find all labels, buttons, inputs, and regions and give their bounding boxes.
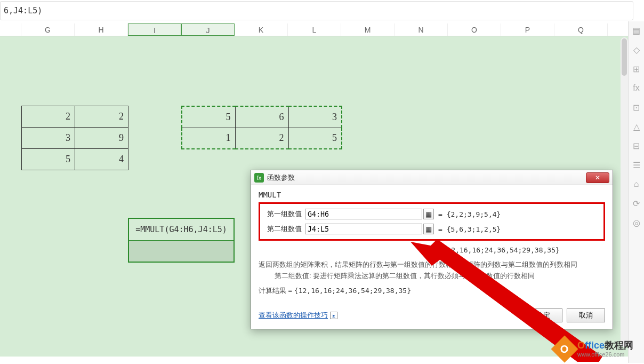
col-H[interactable]: H <box>75 23 128 36</box>
vertical-scrollbar[interactable] <box>621 37 628 347</box>
tool-icon[interactable]: ⊡ <box>632 102 641 112</box>
tool-icon[interactable]: ⟳ <box>632 199 641 208</box>
calc-result: 计算结果 = {12,16,16;24,36,54;29,38,35} <box>259 286 605 296</box>
intermediate-result: = {12,16,16;24,36,54;29,38,35} <box>434 246 605 254</box>
formula-text: =MMULT(G4:H6,J4:L5) <box>129 219 234 240</box>
tool-icon[interactable]: ⊟ <box>632 141 641 151</box>
matrix-1: 22 39 54 <box>21 106 128 170</box>
cell[interactable]: 2 <box>22 106 75 128</box>
range-picker-icon[interactable]: ▦ <box>423 209 434 219</box>
tool-icon[interactable]: ▤ <box>632 26 641 35</box>
table-row: 125 <box>182 128 342 149</box>
param-1-result: = {2,2;3,9;5,4} <box>438 210 501 218</box>
range-picker-icon[interactable]: ▦ <box>423 224 434 234</box>
col-I[interactable]: I <box>128 23 181 36</box>
formula-bar[interactable]: 6,J4:L5) <box>0 1 633 20</box>
watermark-url: www.office26.com <box>577 351 633 358</box>
param-row-1: 第一组数值 ▦ = {2,2;3,9;5,4} <box>262 207 601 221</box>
matrix-2: 563 125 <box>181 106 342 149</box>
param-2-label: 第二组数值 <box>262 224 305 234</box>
table-row: 563 <box>182 106 342 128</box>
formula-bar-text: 6,J4:L5) <box>4 6 42 15</box>
tool-icon[interactable]: ⌂ <box>632 179 641 189</box>
col-K[interactable]: K <box>235 23 288 36</box>
dialog-icon: fx <box>254 173 264 183</box>
col-G[interactable]: G <box>21 23 75 36</box>
column-headers: G H I J K L M N O P Q <box>0 23 644 36</box>
param-1-label: 第一组数值 <box>262 209 305 219</box>
col-Q[interactable]: Q <box>554 23 608 36</box>
cell[interactable]: 1 <box>182 128 235 149</box>
cell[interactable]: 5 <box>288 128 342 149</box>
watermark-icon: O <box>551 336 578 363</box>
cell[interactable]: 9 <box>75 128 128 149</box>
col-J[interactable]: J <box>181 23 235 36</box>
tool-icon[interactable]: fx <box>632 83 641 93</box>
cell[interactable]: 5 <box>182 106 235 128</box>
tool-icon[interactable]: ☰ <box>632 160 641 170</box>
cell[interactable]: 2 <box>75 106 128 128</box>
col-L[interactable]: L <box>288 23 341 36</box>
function-name: MMULT <box>259 191 605 199</box>
cell[interactable]: 4 <box>75 149 128 170</box>
table-row: 39 <box>22 128 128 149</box>
table-row: 22 <box>22 106 128 128</box>
cell[interactable]: 2 <box>235 128 288 149</box>
ok-button[interactable]: 确定 <box>524 308 562 322</box>
tool-icon[interactable]: ◎ <box>632 218 641 227</box>
function-description: 返回两数组的矩阵乘积，结果矩阵的行数与第一组数值的行数相同，矩阵的列数与第二组数… <box>259 259 605 282</box>
tool-icon[interactable]: △ <box>632 122 641 131</box>
col-O[interactable]: O <box>448 23 501 36</box>
cell[interactable]: 5 <box>22 149 75 170</box>
dialog-title: 函数参数 <box>267 173 295 183</box>
tool-icon[interactable]: ⊞ <box>632 64 641 74</box>
params-highlight: 第一组数值 ▦ = {2,2;3,9;5,4} 第二组数值 ▦ = {5,6,3… <box>259 202 605 241</box>
help-link[interactable]: 查看该函数的操作技巧 ▸ <box>259 311 337 320</box>
col-N[interactable]: N <box>395 23 448 36</box>
formula-result-range[interactable]: =MMULT(G4:H6,J4:L5) <box>128 218 235 263</box>
help-play-icon: ▸ <box>330 312 337 319</box>
cell[interactable]: 3 <box>22 128 75 149</box>
side-toolbar: ▤ ◇ ⊞ fx ⊡ △ ⊟ ☰ ⌂ ⟳ ◎ <box>628 21 644 363</box>
watermark-title: Office教程网 <box>577 341 633 351</box>
row-header-gutter <box>0 23 21 36</box>
cancel-button[interactable]: 取消 <box>567 308 605 322</box>
col-M[interactable]: M <box>341 23 395 36</box>
param-row-2: 第二组数值 ▦ = {5,6,3;1,2,5} <box>262 222 601 236</box>
spreadsheet-grid[interactable]: 22 39 54 563 125 =MMULT(G4:H6,J4:L5) fx … <box>0 36 628 357</box>
dialog-titlebar[interactable]: fx 函数参数 ✕ <box>251 170 613 185</box>
function-arguments-dialog: fx 函数参数 ✕ MMULT 第一组数值 ▦ = {2,2;3,9;5,4} … <box>251 170 613 329</box>
cell[interactable]: 6 <box>235 106 288 128</box>
tool-icon[interactable]: ◇ <box>632 45 641 54</box>
table-row: 54 <box>22 149 128 170</box>
cell[interactable]: 3 <box>288 106 342 128</box>
watermark-logo: O Office教程网 www.office26.com <box>555 339 633 359</box>
scrollbar-thumb[interactable] <box>622 38 627 76</box>
col-P[interactable]: P <box>501 23 554 36</box>
formula-result-cell <box>129 240 234 262</box>
param-2-input[interactable] <box>305 224 422 234</box>
close-button[interactable]: ✕ <box>586 172 609 183</box>
param-2-result: = {5,6,3;1,2,5} <box>438 225 501 233</box>
param-1-input[interactable] <box>305 209 422 219</box>
